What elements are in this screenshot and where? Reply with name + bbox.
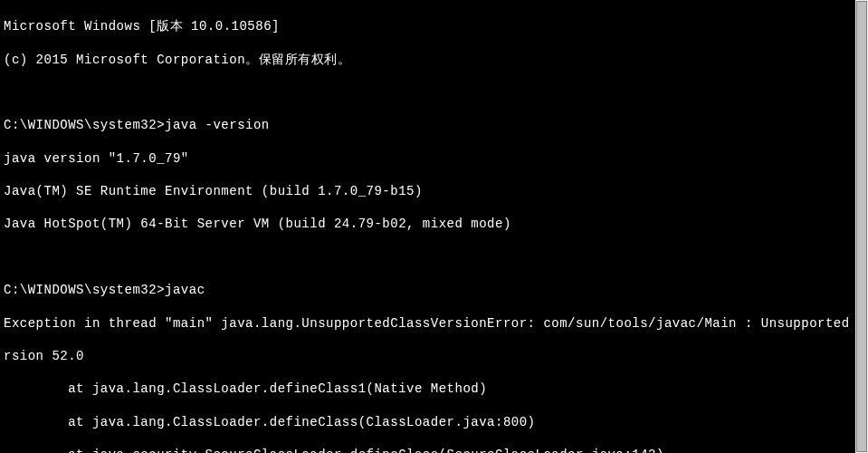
output-line: Java(TM) SE Runtime Environment (build 1… [4, 183, 852, 199]
vertical-scrollbar[interactable] [855, 0, 868, 453]
stacktrace-line: at java.lang.ClassLoader.defineClass(Cla… [4, 414, 852, 430]
stacktrace-line: at java.lang.ClassLoader.defineClass1(Na… [4, 381, 852, 397]
output-line: java version "1.7.0_79" [4, 150, 852, 167]
blank-line [4, 249, 852, 265]
command-text: java -version [165, 118, 270, 132]
header-line: (c) 2015 Microsoft Corporation。保留所有权利。 [4, 52, 852, 68]
header-line: Microsoft Windows [版本 10.0.10586] [4, 18, 852, 34]
scrollbar-thumb[interactable] [856, 1, 867, 452]
error-line: rsion 52.0 [4, 348, 852, 364]
terminal-output[interactable]: Microsoft Windows [版本 10.0.10586] (c) 20… [0, 0, 855, 453]
output-line: Java HotSpot(TM) 64-Bit Server VM (build… [4, 216, 852, 232]
prompt: C:\WINDOWS\system32> [4, 283, 165, 297]
command-line: C:\WINDOWS\system32>javac [4, 282, 852, 298]
command-line: C:\WINDOWS\system32>java -version [4, 117, 852, 133]
command-text: javac [165, 283, 205, 297]
prompt: C:\WINDOWS\system32> [4, 118, 165, 132]
blank-line [4, 84, 852, 101]
stacktrace-line: at java.security.SecureClassLoader.defin… [4, 447, 852, 453]
error-line: Exception in thread "main" java.lang.Uns… [4, 315, 852, 332]
